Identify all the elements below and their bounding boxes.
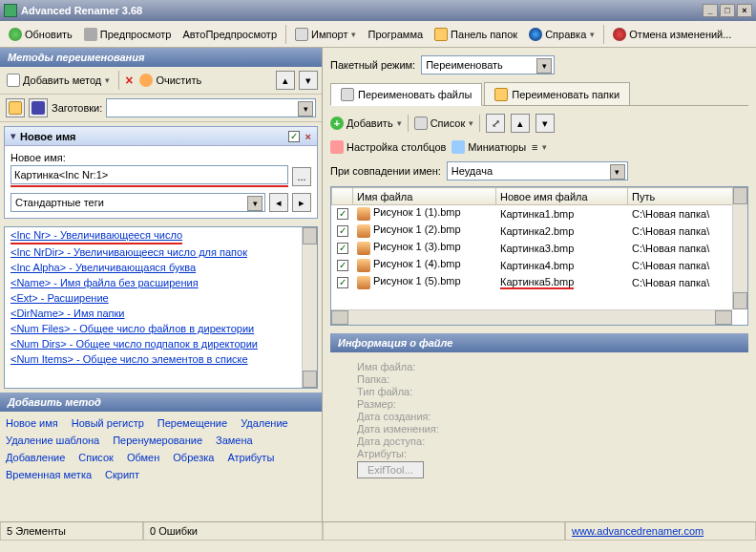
collision-combo[interactable]: Неудача [447,161,628,180]
table-h-scrollbar[interactable] [331,309,732,325]
program-button[interactable]: Программа [363,26,428,43]
tag-item[interactable]: <Ext> - Расширение [5,290,317,306]
table-row[interactable]: ✓Рисунок 1 (5).bmpКартинка5.bmpC:\Новая … [332,274,747,291]
add-method-button[interactable]: Добавить метод▾ [4,73,113,88]
col-check[interactable] [332,188,353,205]
file-type-icon [357,224,370,238]
col-path[interactable]: Путь [628,188,747,205]
info-created-label: Дата создания: [357,411,722,422]
tab-folders[interactable]: Переименовать папки [484,82,630,105]
add-link[interactable]: Новое имя [6,417,58,429]
undo-button[interactable]: Отмена изменений... [608,25,736,44]
row-checkbox[interactable]: ✓ [337,277,348,288]
add-link[interactable]: Добавление [6,452,65,463]
tag-prev-button[interactable]: ◂ [269,193,288,212]
tags-scrollbar[interactable] [302,227,317,388]
methods-header: Методы переименования [0,48,322,67]
tag-item[interactable]: <Inc Nr> - Увеличивающееся число [10,227,182,244]
preview-button[interactable]: Предпросмотр [79,25,177,44]
add-link[interactable]: Удаление [241,417,288,429]
add-link[interactable]: Удаление шаблона [6,435,99,446]
move-up-button[interactable]: ▴ [276,71,295,90]
columns-icon [330,140,344,154]
file-icon [341,88,354,101]
new-name-input[interactable] [10,165,288,184]
columns-button[interactable]: Настройка столбцов [330,140,446,154]
batch-mode-combo[interactable]: Переименовать [421,55,555,74]
add-link[interactable]: Обрезка [173,452,214,463]
table-row[interactable]: ✓Рисунок 1 (4).bmpКартинка4.bmpC:\Новая … [332,257,747,274]
move-down-button[interactable]: ▾ [299,71,318,90]
website-link[interactable]: www.advancedrenamer.com [572,525,704,537]
add-link[interactable]: Список [78,452,114,463]
info-name-label: Имя файла: [357,361,722,372]
add-files-button[interactable]: +Добавить▾ [330,117,402,130]
add-link[interactable]: Перенумерование [113,435,202,446]
row-checkbox[interactable]: ✓ [337,225,348,237]
open-preset-button[interactable] [6,98,25,117]
table-row[interactable]: ✓Рисунок 1 (1).bmpКартинка1.bmpC:\Новая … [332,205,747,223]
method-close-button[interactable]: × [305,131,311,142]
add-method-links: Новое имя Новый регистр Перемещение Удал… [0,412,322,486]
row-checkbox[interactable]: ✓ [337,208,348,220]
folder-icon [9,101,22,115]
file-table: Имя файла Новое имя файла Путь ✓Рисунок … [330,186,748,326]
table-row[interactable]: ✓Рисунок 1 (2).bmpКартинка2.bmpC:\Новая … [332,223,747,240]
row-checkbox[interactable]: ✓ [337,260,348,271]
main-toolbar: Обновить Предпросмотр АвтоПредпросмотр И… [0,21,756,48]
tag-item[interactable]: <Name> - Имя файла без расширения [5,275,317,290]
tag-item[interactable]: <DirName> - Имя папки [5,306,317,321]
col-newname[interactable]: Новое имя файла [496,188,628,205]
file-info-header: Информация о файле [330,333,748,352]
import-icon [295,28,308,41]
right-panel: Пакетный режим: Переименовать Переименов… [323,48,756,521]
table-v-scrollbar[interactable] [732,187,747,309]
add-link[interactable]: Обмен [127,452,159,463]
exiftool-button[interactable]: ExifTool... [357,461,424,478]
info-type-label: Тип файла: [357,386,722,397]
expand-button[interactable]: ⤢ [486,114,505,133]
close-button[interactable]: × [737,4,752,17]
tag-item[interactable]: <Inc NrDir> - Увеличивающееся число для … [5,244,317,260]
tag-item[interactable]: <Num Files> - Общее число файлов в дирек… [5,321,317,336]
thumbnails-button[interactable]: Миниатюры [452,140,526,154]
collapse-icon[interactable]: ▾ [10,130,16,142]
add-link[interactable]: Новый регистр [72,417,144,429]
col-name[interactable]: Имя файла [353,188,496,205]
save-preset-button[interactable] [29,98,48,117]
add-icon [7,74,20,87]
clear-button[interactable]: Очистить [136,73,204,88]
method-enabled-checkbox[interactable]: ✓ [288,131,300,142]
add-link[interactable]: Атрибуты [227,452,274,463]
down-button[interactable]: ▾ [536,114,555,133]
add-link[interactable]: Скрипт [105,469,139,480]
delete-icon[interactable]: × [125,74,133,86]
folder-panel-button[interactable]: Панель папок [430,25,522,44]
tag-next-button[interactable]: ▸ [292,193,311,212]
maximize-button[interactable]: □ [720,4,735,17]
file-type-icon [357,242,370,255]
import-button[interactable]: Импорт▾ [290,25,361,44]
list-button[interactable]: Список▾ [414,117,474,130]
table-row[interactable]: ✓Рисунок 1 (3).bmpКартинка3.bmpC:\Новая … [332,240,747,257]
name-picker-button[interactable]: ... [292,167,311,186]
tag-item[interactable]: <Num Dirs> - Общее число подпапок в дире… [5,336,317,351]
tags-combo[interactable]: Стандартные теги [10,193,265,212]
help-button[interactable]: Справка▾ [524,25,599,44]
row-checkbox[interactable]: ✓ [337,243,348,254]
app-title: Advanced Renamer 3.68 [21,5,142,16]
add-link[interactable]: Временная метка [6,469,92,480]
add-link[interactable]: Перемещение [158,417,227,429]
tab-files[interactable]: Переименовать файлы [330,83,482,106]
tag-item[interactable]: <Num Items> - Общее число элементов в сп… [5,351,317,367]
refresh-button[interactable]: Обновить [4,25,77,44]
auto-preview-button[interactable]: АвтоПредпросмотр [178,26,282,43]
add-link[interactable]: Замена [216,435,253,446]
minimize-button[interactable]: _ [703,4,718,17]
up-button[interactable]: ▴ [511,114,530,133]
presets-combo[interactable] [106,98,316,117]
tag-item[interactable]: <Inc Alpha> - Увеличивающаяся буква [5,260,317,275]
view-button[interactable]: ≡▾ [532,141,546,153]
status-elements: 5 Элементы [0,522,143,541]
method-block: ▾ Новое имя ✓ × Новое имя: ... Стандартн… [4,126,318,219]
